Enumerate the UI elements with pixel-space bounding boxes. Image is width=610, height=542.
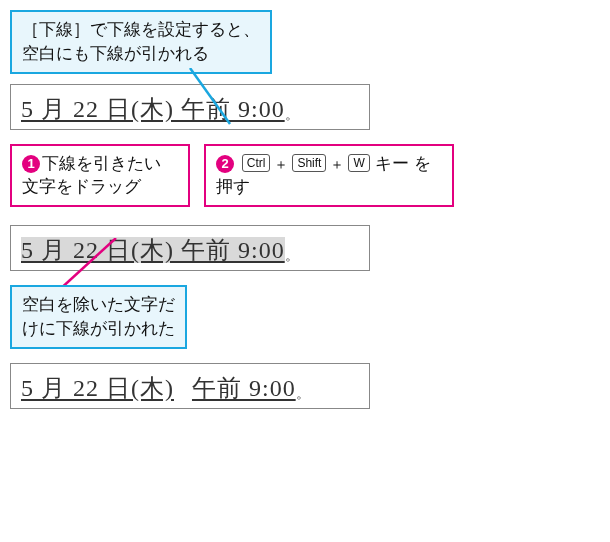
step2-line2: 押す [216,177,250,196]
step1-line1: 下線を引きたい [42,154,161,173]
callout-bottom-line2: けに下線が引かれた [22,319,175,338]
sample2-text: 5 月 22 日(木) 午前 9:00 [21,237,285,263]
callout-bottom-line1: 空白を除いた文字だ [22,295,175,314]
callout-text-line1: ［下線］で下線を設定すると、 [22,20,260,39]
step2-tail: キー を [375,154,431,173]
sample-text-full-underline: 5 月 22 日(木) 午前 9:00。 [10,84,370,130]
callout-underline-spaces: ［下線］で下線を設定すると、 空白にも下線が引かれる [10,10,272,74]
plus-icon: ＋ [330,156,344,172]
step1-line2: 文字をドラッグ [22,177,141,196]
sample3-part1: 5 月 22 日(木) [21,375,174,401]
sample2-trailing: 。 [285,248,300,263]
key-w: W [348,154,369,172]
sample-text-selected: 5 月 22 日(木) 午前 9:00。 [10,225,370,271]
callout-text-line2: 空白にも下線が引かれる [22,44,209,63]
sample1-text: 5 月 22 日(木) 午前 9:00 [21,96,285,122]
sample-text-word-underline: 5 月 22 日(木)午前 9:00。 [10,363,370,409]
step2-callout: 2 Ctrl＋Shift＋W キー を 押す [204,144,454,208]
sample3-trailing: 。 [296,386,311,401]
sample1-trailing: 。 [285,107,300,122]
key-shift: Shift [292,154,326,172]
step2-number: 2 [216,155,234,173]
step1-callout: 1下線を引きたい 文字をドラッグ [10,144,190,208]
step1-number: 1 [22,155,40,173]
sample3-part2: 午前 9:00 [192,375,296,401]
plus-icon: ＋ [274,156,288,172]
callout-word-underline: 空白を除いた文字だ けに下線が引かれた [10,285,187,349]
key-ctrl: Ctrl [242,154,271,172]
